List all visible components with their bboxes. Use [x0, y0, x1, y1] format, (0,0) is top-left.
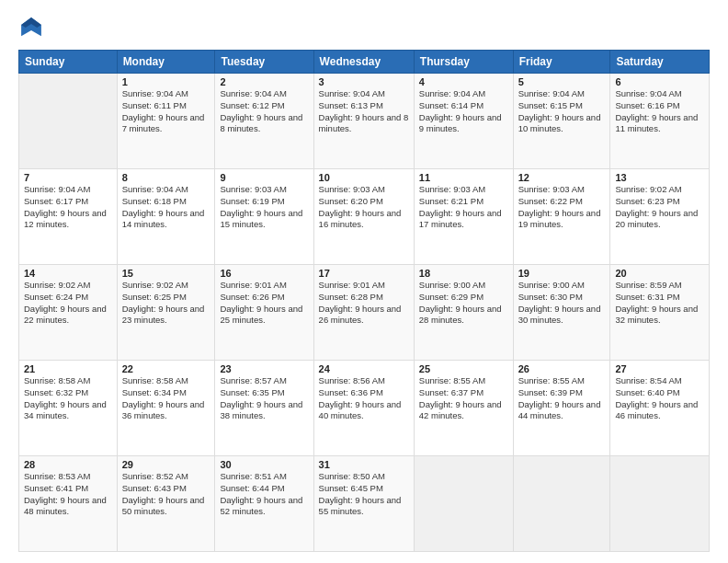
day-info: Sunrise: 9:04 AMSunset: 6:17 PMDaylight:…	[24, 184, 112, 231]
calendar-header-row: SundayMondayTuesdayWednesdayThursdayFrid…	[19, 51, 710, 74]
day-number: 5	[518, 76, 606, 87]
calendar-cell: 11Sunrise: 9:03 AMSunset: 6:21 PMDayligh…	[414, 169, 513, 265]
day-info: Sunrise: 8:57 AMSunset: 6:35 PMDaylight:…	[220, 375, 308, 422]
day-number: 28	[24, 459, 112, 470]
calendar-cell: 23Sunrise: 8:57 AMSunset: 6:35 PMDayligh…	[215, 361, 313, 456]
day-number: 10	[319, 172, 409, 183]
calendar-cell: 27Sunrise: 8:54 AMSunset: 6:40 PMDayligh…	[610, 361, 710, 456]
calendar-cell: 4Sunrise: 9:04 AMSunset: 6:14 PMDaylight…	[414, 74, 513, 169]
day-info: Sunrise: 8:51 AMSunset: 6:44 PMDaylight:…	[220, 471, 308, 518]
calendar-cell: 9Sunrise: 9:03 AMSunset: 6:19 PMDaylight…	[215, 169, 313, 265]
calendar-cell: 12Sunrise: 9:03 AMSunset: 6:22 PMDayligh…	[513, 169, 610, 265]
calendar-header-day: Wednesday	[313, 51, 414, 74]
calendar-week-row: 14Sunrise: 9:02 AMSunset: 6:24 PMDayligh…	[19, 265, 710, 361]
day-number: 12	[518, 172, 606, 183]
calendar-cell: 6Sunrise: 9:04 AMSunset: 6:16 PMDaylight…	[610, 74, 710, 169]
calendar-cell	[414, 456, 513, 552]
day-number: 11	[419, 172, 508, 183]
day-number: 20	[615, 268, 704, 279]
calendar-table: SundayMondayTuesdayWednesdayThursdayFrid…	[18, 50, 710, 552]
day-number: 13	[615, 172, 704, 183]
day-info: Sunrise: 9:00 AMSunset: 6:29 PMDaylight:…	[419, 280, 508, 327]
calendar-cell: 16Sunrise: 9:01 AMSunset: 6:26 PMDayligh…	[215, 265, 313, 361]
day-info: Sunrise: 8:55 AMSunset: 6:37 PMDaylight:…	[419, 375, 508, 422]
calendar-cell: 21Sunrise: 8:58 AMSunset: 6:32 PMDayligh…	[19, 361, 118, 456]
page: SundayMondayTuesdayWednesdayThursdayFrid…	[0, 0, 728, 563]
calendar-header-day: Saturday	[610, 51, 710, 74]
calendar-cell: 22Sunrise: 8:58 AMSunset: 6:34 PMDayligh…	[117, 361, 215, 456]
day-number: 6	[615, 76, 704, 87]
day-number: 17	[319, 268, 409, 279]
calendar-cell: 13Sunrise: 9:02 AMSunset: 6:23 PMDayligh…	[610, 169, 710, 265]
calendar-header-day: Monday	[117, 51, 215, 74]
day-info: Sunrise: 9:01 AMSunset: 6:26 PMDaylight:…	[220, 280, 308, 327]
day-info: Sunrise: 8:58 AMSunset: 6:32 PMDaylight:…	[24, 375, 112, 422]
day-number: 2	[220, 76, 308, 87]
calendar-cell: 2Sunrise: 9:04 AMSunset: 6:12 PMDaylight…	[215, 74, 313, 169]
calendar-cell: 24Sunrise: 8:56 AMSunset: 6:36 PMDayligh…	[313, 361, 414, 456]
day-number: 29	[122, 459, 210, 470]
day-info: Sunrise: 9:04 AMSunset: 6:16 PMDaylight:…	[615, 88, 704, 135]
calendar-cell: 28Sunrise: 8:53 AMSunset: 6:41 PMDayligh…	[19, 456, 118, 552]
calendar-cell	[610, 456, 710, 552]
calendar-cell: 8Sunrise: 9:04 AMSunset: 6:18 PMDaylight…	[117, 169, 215, 265]
calendar-cell	[513, 456, 610, 552]
calendar-cell: 19Sunrise: 9:00 AMSunset: 6:30 PMDayligh…	[513, 265, 610, 361]
day-info: Sunrise: 9:04 AMSunset: 6:18 PMDaylight:…	[122, 184, 210, 231]
day-info: Sunrise: 9:02 AMSunset: 6:24 PMDaylight:…	[24, 280, 112, 327]
day-info: Sunrise: 9:03 AMSunset: 6:22 PMDaylight:…	[518, 184, 606, 231]
calendar-cell: 17Sunrise: 9:01 AMSunset: 6:28 PMDayligh…	[313, 265, 414, 361]
calendar-header-day: Tuesday	[215, 51, 313, 74]
day-number: 1	[122, 76, 210, 87]
day-number: 31	[319, 459, 409, 470]
day-number: 15	[122, 268, 210, 279]
day-number: 19	[518, 268, 606, 279]
day-number: 18	[419, 268, 508, 279]
day-number: 30	[220, 459, 308, 470]
day-info: Sunrise: 8:55 AMSunset: 6:39 PMDaylight:…	[518, 375, 606, 422]
calendar-cell: 25Sunrise: 8:55 AMSunset: 6:37 PMDayligh…	[414, 361, 513, 456]
day-number: 23	[220, 363, 308, 374]
calendar-cell: 20Sunrise: 8:59 AMSunset: 6:31 PMDayligh…	[610, 265, 710, 361]
day-number: 25	[419, 363, 508, 374]
day-info: Sunrise: 9:01 AMSunset: 6:28 PMDaylight:…	[319, 280, 409, 327]
day-number: 27	[615, 363, 704, 374]
day-info: Sunrise: 9:02 AMSunset: 6:23 PMDaylight:…	[615, 184, 704, 231]
day-info: Sunrise: 8:52 AMSunset: 6:43 PMDaylight:…	[122, 471, 210, 518]
day-number: 3	[319, 76, 409, 87]
calendar-header-day: Thursday	[414, 51, 513, 74]
day-info: Sunrise: 9:04 AMSunset: 6:13 PMDaylight:…	[319, 88, 409, 135]
calendar-cell: 10Sunrise: 9:03 AMSunset: 6:20 PMDayligh…	[313, 169, 414, 265]
logo	[18, 15, 48, 40]
calendar-cell: 7Sunrise: 9:04 AMSunset: 6:17 PMDaylight…	[19, 169, 118, 265]
calendar-week-row: 1Sunrise: 9:04 AMSunset: 6:11 PMDaylight…	[19, 74, 710, 169]
calendar-cell: 31Sunrise: 8:50 AMSunset: 6:45 PMDayligh…	[313, 456, 414, 552]
day-number: 21	[24, 363, 112, 374]
calendar-week-row: 21Sunrise: 8:58 AMSunset: 6:32 PMDayligh…	[19, 361, 710, 456]
day-number: 14	[24, 268, 112, 279]
calendar-cell: 1Sunrise: 9:04 AMSunset: 6:11 PMDaylight…	[117, 74, 215, 169]
day-number: 22	[122, 363, 210, 374]
calendar-cell: 30Sunrise: 8:51 AMSunset: 6:44 PMDayligh…	[215, 456, 313, 552]
day-info: Sunrise: 9:04 AMSunset: 6:15 PMDaylight:…	[518, 88, 606, 135]
calendar-header-day: Sunday	[19, 51, 118, 74]
calendar-cell	[19, 74, 118, 169]
calendar-cell: 3Sunrise: 9:04 AMSunset: 6:13 PMDaylight…	[313, 74, 414, 169]
calendar-week-row: 28Sunrise: 8:53 AMSunset: 6:41 PMDayligh…	[19, 456, 710, 552]
day-info: Sunrise: 9:03 AMSunset: 6:20 PMDaylight:…	[319, 184, 409, 231]
day-number: 24	[319, 363, 409, 374]
header	[18, 15, 710, 40]
day-info: Sunrise: 8:58 AMSunset: 6:34 PMDaylight:…	[122, 375, 210, 422]
day-number: 7	[24, 172, 112, 183]
day-info: Sunrise: 9:03 AMSunset: 6:19 PMDaylight:…	[220, 184, 308, 231]
calendar-cell: 14Sunrise: 9:02 AMSunset: 6:24 PMDayligh…	[19, 265, 118, 361]
day-number: 8	[122, 172, 210, 183]
day-info: Sunrise: 9:04 AMSunset: 6:12 PMDaylight:…	[220, 88, 308, 135]
day-info: Sunrise: 8:59 AMSunset: 6:31 PMDaylight:…	[615, 280, 704, 327]
calendar-cell: 18Sunrise: 9:00 AMSunset: 6:29 PMDayligh…	[414, 265, 513, 361]
day-info: Sunrise: 8:56 AMSunset: 6:36 PMDaylight:…	[319, 375, 409, 422]
day-number: 16	[220, 268, 308, 279]
day-info: Sunrise: 9:02 AMSunset: 6:25 PMDaylight:…	[122, 280, 210, 327]
day-info: Sunrise: 9:04 AMSunset: 6:11 PMDaylight:…	[122, 88, 210, 135]
calendar-week-row: 7Sunrise: 9:04 AMSunset: 6:17 PMDaylight…	[19, 169, 710, 265]
